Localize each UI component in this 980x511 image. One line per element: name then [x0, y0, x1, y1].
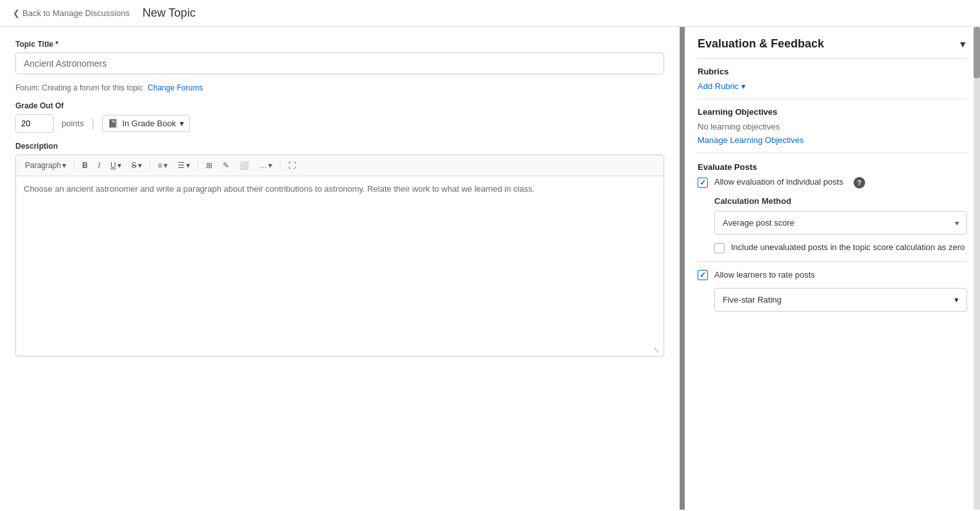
description-label: Description [15, 142, 664, 151]
more-icon: … [259, 161, 267, 170]
rubrics-label: Rubrics [698, 67, 967, 76]
calculation-method-dropdown[interactable]: Average post score ▾ [714, 211, 967, 235]
align-icon: ≡ [158, 161, 162, 170]
toolbar-link[interactable]: ✎ [219, 159, 233, 172]
toolbar-sep-1 [74, 160, 74, 171]
section-divider-1 [698, 58, 967, 59]
five-star-label: Five-star Rating [723, 295, 782, 305]
toolbar-underline[interactable]: U ▾ [107, 159, 125, 172]
section-divider-4 [698, 261, 967, 262]
help-icon[interactable]: ? [854, 177, 865, 188]
calc-dropdown-arrow-icon: ▾ [955, 219, 959, 228]
average-post-score-label: Average post score [723, 218, 795, 228]
align-arrow-icon: ▾ [164, 161, 168, 170]
toolbar-sep-4 [280, 160, 280, 171]
main-layout: Topic Title * Forum: Creating a forum fo… [0, 27, 980, 510]
grade-row: points | 📓 In Grade Book ▾ [15, 114, 664, 133]
learning-objectives-label: Learning Objectives [698, 107, 967, 117]
change-forum-link[interactable]: Change Forums [148, 83, 203, 92]
scrollbar-thumb[interactable] [974, 27, 980, 78]
toolbar-bold[interactable]: B [78, 159, 92, 172]
toolbar-fullscreen[interactable]: ⛶ [284, 159, 300, 172]
list-arrow-icon: ▾ [186, 161, 190, 170]
calculation-method-label: Calculation Method [714, 196, 967, 206]
allow-rate-row: Allow learners to rate posts [698, 269, 967, 280]
section-divider-3 [698, 153, 967, 153]
evaluate-posts-label: Evaluate Posts [698, 162, 967, 172]
toolbar-image[interactable]: ⬜ [236, 159, 253, 172]
paragraph-label: Paragraph [25, 161, 61, 170]
pipe-divider: | [92, 117, 95, 130]
grade-book-arrow-icon: ▾ [180, 119, 184, 128]
five-star-arrow-icon: ▾ [954, 295, 959, 305]
underline-icon: U [110, 161, 116, 170]
grade-input[interactable] [15, 114, 54, 133]
link-icon: ✎ [223, 161, 229, 170]
left-panel: Topic Title * Forum: Creating a forum fo… [0, 27, 682, 510]
allow-evaluation-label: Allow evaluation of individual posts [714, 177, 843, 187]
toolbar-align[interactable]: ≡ ▾ [154, 159, 171, 172]
toolbar-italic[interactable]: I [94, 159, 104, 172]
unevaluated-row: Include unevaluated posts in the topic s… [714, 242, 967, 253]
toolbar-sep-2 [150, 160, 150, 171]
editor-toolbar: Paragraph ▾ B I U ▾ S ▾ [16, 155, 664, 176]
editor-content[interactable]: Choose an ancient astronomer and write a… [16, 176, 664, 356]
forum-label: Forum: Creating a forum for this topic [15, 83, 143, 92]
forum-row: Forum: Creating a forum for this topic C… [15, 83, 664, 92]
paragraph-arrow-icon: ▾ [62, 161, 66, 170]
strike-arrow-icon: ▾ [138, 161, 142, 170]
more-arrow-icon: ▾ [268, 161, 272, 170]
grade-book-label: In Grade Book [122, 119, 176, 128]
top-bar: ❮ Back to Manage Discussions New Topic [0, 0, 980, 27]
unevaluated-checkbox[interactable] [714, 243, 725, 253]
toolbar-paragraph[interactable]: Paragraph ▾ [21, 159, 70, 172]
bold-icon: B [82, 161, 88, 170]
table-icon: ⊞ [206, 161, 212, 170]
section-collapse-icon[interactable]: ▼ [958, 39, 967, 49]
allow-evaluation-checkbox[interactable] [698, 178, 708, 188]
description-text: Choose an ancient astronomer and write a… [24, 184, 535, 194]
back-link-label: Back to Manage Discussions [22, 8, 130, 18]
topic-title-input[interactable] [15, 53, 664, 74]
strikethrough-icon: S [132, 161, 137, 170]
add-rubric-arrow-icon: ▾ [741, 81, 746, 91]
back-chevron-icon: ❮ [13, 8, 20, 18]
evaluate-posts-section: Evaluate Posts Allow evaluation of indiv… [698, 162, 967, 312]
add-rubric-label: Add Rubric [698, 81, 739, 91]
section-divider-2 [698, 99, 967, 99]
resize-handle-icon[interactable]: ⤡ [653, 346, 661, 353]
underline-arrow-icon: ▾ [117, 161, 121, 170]
toolbar-more[interactable]: … ▾ [255, 159, 276, 172]
points-label: points [62, 119, 84, 128]
section-header: Evaluation & Feedback ▼ [698, 37, 967, 51]
allow-evaluation-row: Allow evaluation of individual posts ? [698, 177, 967, 188]
italic-icon: I [98, 161, 100, 170]
grade-cutoff-label: Grade Out Of [15, 101, 664, 110]
back-link[interactable]: ❮ Back to Manage Discussions [13, 8, 130, 18]
five-star-dropdown[interactable]: Five-star Rating ▾ [714, 288, 967, 312]
topic-title-label: Topic Title * [15, 40, 664, 49]
unevaluated-label: Include unevaluated posts in the topic s… [731, 242, 965, 252]
right-panel: Evaluation & Feedback ▼ Rubrics Add Rubr… [685, 27, 980, 510]
scrollbar-track [974, 27, 980, 510]
grade-book-select[interactable]: 📓 In Grade Book ▾ [102, 115, 190, 132]
toolbar-list[interactable]: ☰ ▾ [174, 159, 194, 172]
page-title: New Topic [142, 6, 196, 20]
editor-wrapper: Paragraph ▾ B I U ▾ S ▾ [15, 155, 664, 356]
fullscreen-icon: ⛶ [288, 161, 296, 170]
image-icon: ⬜ [239, 161, 249, 170]
manage-objectives-link[interactable]: Manage Learning Objectives [698, 135, 967, 145]
toolbar-strikethrough[interactable]: S ▾ [128, 159, 146, 172]
toolbar-table[interactable]: ⊞ [202, 159, 216, 172]
evaluation-section-title: Evaluation & Feedback [698, 37, 824, 51]
list-icon: ☰ [178, 161, 185, 170]
no-objectives-text: No learning objectives [698, 122, 967, 131]
allow-rate-checkbox[interactable] [698, 270, 708, 280]
allow-rate-label: Allow learners to rate posts [714, 270, 815, 280]
add-rubric-button[interactable]: Add Rubric ▾ [698, 81, 967, 91]
grade-book-icon: 📓 [108, 119, 118, 128]
toolbar-sep-3 [198, 160, 198, 171]
